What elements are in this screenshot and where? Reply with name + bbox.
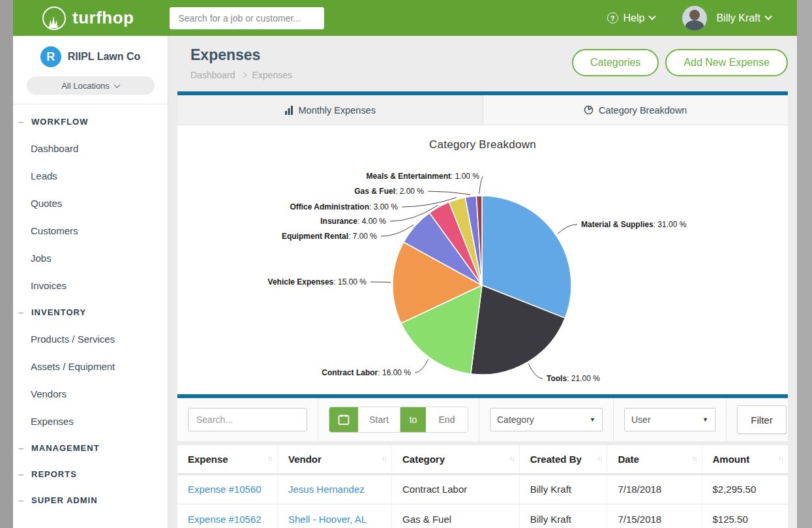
- location-label: All Locations: [61, 81, 110, 91]
- vendor-cell: Jesus Hernandez: [278, 474, 392, 504]
- company-logo: R: [40, 46, 61, 67]
- sidebar-item-leads[interactable]: Leads: [13, 162, 168, 189]
- column-label: Category: [402, 454, 445, 465]
- caret-down-icon: ▼: [702, 416, 708, 423]
- pie-label-meals-entertainment: Meals & Entertainment: 1.00 %: [367, 172, 480, 181]
- sidebar: R RIIPL Lawn Co All Locations ---WORKFLO…: [13, 36, 168, 528]
- user-select-value: User: [631, 414, 651, 425]
- sidebar-item-invoices[interactable]: Invoices: [13, 272, 168, 299]
- label-connector: [428, 191, 471, 194]
- sidebar-item-expenses[interactable]: Expenses: [13, 407, 168, 435]
- pie-label-office-administration: Office Administration: 3.00 %: [290, 202, 398, 211]
- date-cell: 7/15/2018: [607, 504, 702, 528]
- section-label: MANAGEMENT: [31, 443, 100, 453]
- expenses-card: Monthly Expenses Category Breakdown Cate…: [177, 91, 788, 528]
- right-scrollbar-strip[interactable]: [797, 0, 812, 528]
- user-avatar[interactable]: [682, 6, 707, 31]
- category-cell: Gas & Fuel: [392, 504, 520, 528]
- company-name: RIIPL Lawn Co: [68, 51, 141, 63]
- expense-cell: Expense #10562: [177, 504, 278, 528]
- expense-link[interactable]: Expense #10562: [188, 514, 262, 525]
- sidebar-item-vendors[interactable]: Vendors: [13, 380, 168, 407]
- label-connector: [479, 176, 483, 194]
- main-content: Expenses Dashboard Expenses Categories A…: [168, 36, 797, 528]
- sidebar-item-products-services[interactable]: Products / Services: [13, 325, 168, 352]
- section-dash-icon: ---: [18, 444, 31, 452]
- add-new-expense-button[interactable]: Add New Expense: [665, 49, 788, 76]
- sidebar-item-assets-equipment[interactable]: Assets / Equipment: [13, 352, 168, 380]
- section-label: REPORTS: [31, 469, 77, 479]
- category-select[interactable]: Category ▼: [490, 408, 603, 431]
- vendor-cell: Shell - Hoover, AL: [278, 504, 392, 528]
- sidebar-item-customers[interactable]: Customers: [13, 217, 168, 244]
- sort-icon[interactable]: ↑↓: [778, 454, 783, 462]
- date-start-input[interactable]: [358, 407, 400, 432]
- section-dash-icon: ---: [18, 309, 31, 316]
- vendor-link[interactable]: Shell - Hoover, AL: [288, 514, 367, 525]
- calendar-button[interactable]: [329, 407, 358, 432]
- chevron-down-icon: [113, 82, 120, 88]
- column-header-amount[interactable]: Amount↑↓: [702, 445, 788, 474]
- top-header-bar: turfhop ? Help Billy Kraft: [13, 0, 797, 36]
- brand-name: turfhop: [72, 8, 134, 28]
- user-menu[interactable]: Billy Kraft: [716, 12, 771, 24]
- sidebar-section-workflow[interactable]: ---WORKFLOW: [13, 108, 168, 134]
- vendor-link[interactable]: Jesus Hernandez: [288, 484, 365, 495]
- sidebar-item-jobs[interactable]: Jobs: [13, 244, 168, 272]
- tab-label: Monthly Expenses: [299, 105, 376, 116]
- column-label: Date: [618, 454, 639, 465]
- sidebar-nav: ---WORKFLOWDashboardLeadsQuotesCustomers…: [13, 104, 168, 513]
- tab-monthly-expenses[interactable]: Monthly Expenses: [177, 95, 483, 125]
- sidebar-section-reports[interactable]: ---REPORTS: [13, 461, 168, 487]
- table-row: Expense #10560Jesus HernandezContract La…: [177, 474, 788, 504]
- brand-logo[interactable]: turfhop: [42, 7, 134, 30]
- pie-chart[interactable]: Material & Supplies: 31.00 %Tools: 21.00…: [177, 125, 788, 394]
- date-end-input[interactable]: [426, 407, 468, 432]
- pie-label-tools: Tools: 21.00 %: [547, 374, 600, 383]
- section-dash-icon: ---: [18, 497, 31, 504]
- help-menu[interactable]: ? Help: [607, 12, 655, 24]
- screen: turfhop ? Help Billy Kraft R: [0, 0, 812, 528]
- column-label: Vendor: [288, 454, 322, 465]
- user-select[interactable]: User ▼: [624, 408, 715, 431]
- pie-label-contract-labor: Contract Labor: 16.00 %: [322, 368, 411, 377]
- column-label: Amount: [713, 454, 750, 465]
- column-header-created-by[interactable]: Created By↑↓: [519, 445, 607, 474]
- expense-cell: Expense #10560: [177, 474, 278, 504]
- sidebar-section-super-admin[interactable]: ---SUPER ADMIN: [13, 487, 168, 513]
- filter-bar: to Category ▼ User ▼: [177, 398, 788, 441]
- sidebar-section-inventory[interactable]: ---INVENTORY: [13, 299, 168, 325]
- sort-icon[interactable]: ↑↓: [382, 454, 386, 462]
- section-dash-icon: ---: [18, 471, 31, 478]
- date-cell: 7/18/2018: [607, 474, 702, 504]
- created-by-cell: Billy Kraft: [519, 504, 607, 528]
- location-selector[interactable]: All Locations: [27, 76, 155, 95]
- sidebar-item-quotes[interactable]: Quotes: [13, 189, 168, 217]
- sort-icon[interactable]: ↑↓: [597, 454, 601, 462]
- sort-icon[interactable]: ↑↓: [509, 454, 514, 462]
- column-header-vendor[interactable]: Vendor↑↓: [278, 445, 392, 474]
- global-search-input[interactable]: [170, 7, 324, 29]
- expense-link[interactable]: Expense #10560: [188, 484, 262, 495]
- amount-cell: $125.50: [702, 504, 788, 528]
- filter-button[interactable]: Filter: [737, 405, 787, 434]
- table-search-input[interactable]: [188, 408, 307, 431]
- breadcrumb-dashboard[interactable]: Dashboard: [190, 70, 235, 80]
- pie-label-equipment-rental: Equipment Rental: 7.00 %: [282, 232, 377, 241]
- sidebar-item-dashboard[interactable]: Dashboard: [13, 134, 168, 162]
- label-connector: [415, 359, 429, 373]
- table-row: Expense #10562Shell - Hoover, ALGas & Fu…: [177, 504, 788, 528]
- tab-category-breakdown[interactable]: Category Breakdown: [483, 95, 789, 125]
- section-dash-icon: ---: [18, 118, 31, 125]
- column-header-expense[interactable]: Expense↑↓: [177, 445, 278, 474]
- sidebar-section-management[interactable]: ---MANAGEMENT: [13, 435, 168, 461]
- app-window: turfhop ? Help Billy Kraft R: [13, 0, 797, 528]
- column-header-category[interactable]: Category↑↓: [392, 445, 520, 474]
- sort-icon[interactable]: ↑↓: [692, 454, 697, 462]
- amount-cell: $2,295.50: [702, 474, 788, 504]
- sort-icon[interactable]: ↑↓: [267, 454, 272, 462]
- bar-chart-icon: [284, 106, 293, 115]
- column-header-date[interactable]: Date↑↓: [607, 445, 702, 474]
- categories-button[interactable]: Categories: [572, 49, 659, 76]
- column-label: Created By: [530, 454, 582, 465]
